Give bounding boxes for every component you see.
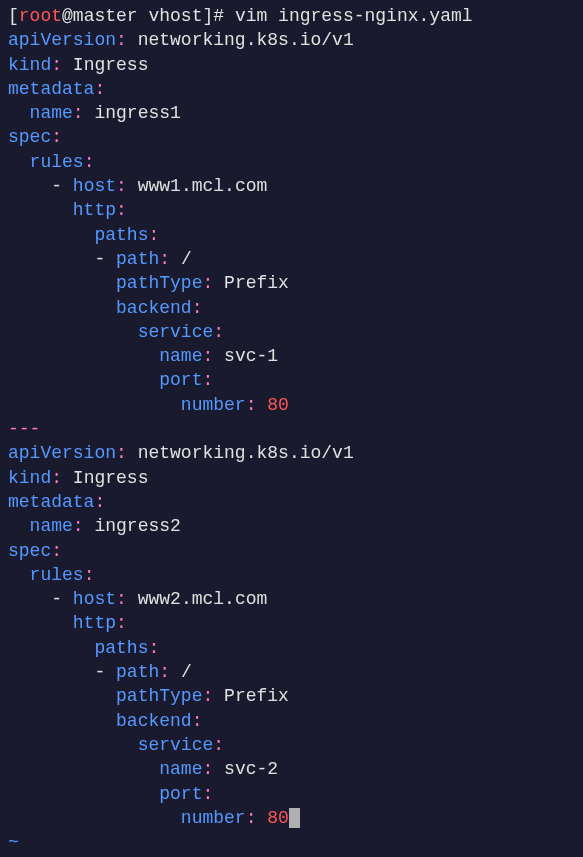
yaml-line: - host: www2.mcl.com	[8, 587, 575, 611]
yaml-key: http	[73, 613, 116, 633]
yaml-line: rules:	[8, 563, 575, 587]
yaml-key: metadata	[8, 79, 94, 99]
yaml-key: path	[116, 249, 159, 269]
yaml-value: ingress2	[94, 516, 180, 536]
colon: :	[116, 443, 127, 463]
yaml-key: kind	[8, 55, 51, 75]
yaml-key: name	[30, 103, 73, 123]
yaml-key: service	[138, 322, 214, 342]
yaml-line: port:	[8, 368, 575, 392]
yaml-value: Prefix	[224, 273, 289, 293]
yaml-key: host	[73, 176, 116, 196]
yaml-key: spec	[8, 127, 51, 147]
yaml-key: number	[181, 808, 246, 828]
yaml-key: http	[73, 200, 116, 220]
doc-separator: ---	[8, 419, 40, 439]
yaml-value	[256, 395, 267, 415]
yaml-line: number: 80	[8, 806, 575, 830]
colon: :	[84, 565, 95, 585]
yaml-line: paths:	[8, 223, 575, 247]
colon: :	[202, 784, 213, 804]
yaml-line: - path: /	[8, 660, 575, 684]
yaml-key: rules	[30, 565, 84, 585]
yaml-line: metadata:	[8, 490, 575, 514]
yaml-value: Ingress	[73, 468, 149, 488]
yaml-value	[213, 759, 224, 779]
yaml-line: service:	[8, 320, 575, 344]
yaml-number: 80	[267, 395, 289, 415]
yaml-value	[170, 249, 181, 269]
yaml-line: kind: Ingress	[8, 53, 575, 77]
cursor-icon	[289, 808, 300, 828]
yaml-line: pathType: Prefix	[8, 271, 575, 295]
yaml-number: 80	[267, 808, 289, 828]
colon: :	[202, 686, 213, 706]
yaml-key: service	[138, 735, 214, 755]
yaml-key: backend	[116, 298, 192, 318]
yaml-key: metadata	[8, 492, 94, 512]
colon: :	[148, 638, 159, 658]
colon: :	[192, 298, 203, 318]
yaml-value	[62, 468, 73, 488]
yaml-value: /	[181, 249, 192, 269]
prompt-close: ]#	[202, 6, 224, 26]
yaml-line: http:	[8, 611, 575, 635]
yaml-key: kind	[8, 468, 51, 488]
yaml-key: spec	[8, 541, 51, 561]
colon: :	[84, 152, 95, 172]
yaml-value	[62, 55, 73, 75]
yaml-key: pathType	[116, 273, 202, 293]
colon: :	[51, 541, 62, 561]
yaml-value	[213, 273, 224, 293]
prompt-space	[138, 6, 149, 26]
yaml-value: networking.k8s.io/v1	[138, 30, 354, 50]
colon: :	[159, 662, 170, 682]
yaml-value	[127, 176, 138, 196]
prompt-open-bracket: [	[8, 6, 19, 26]
yaml-key: name	[159, 346, 202, 366]
yaml-value	[127, 589, 138, 609]
yaml-key: paths	[94, 225, 148, 245]
colon: :	[246, 808, 257, 828]
colon: :	[73, 516, 84, 536]
dash: -	[51, 589, 62, 609]
dash: -	[94, 662, 105, 682]
editor-content[interactable]: apiVersion: networking.k8s.io/v1 kind: I…	[8, 28, 575, 854]
colon: :	[51, 55, 62, 75]
yaml-value: www2.mcl.com	[138, 589, 268, 609]
vim-tilde-line: ~	[8, 830, 575, 854]
yaml-line: pathType: Prefix	[8, 684, 575, 708]
shell-prompt-line: [root@master vhost]# vim ingress-nginx.y…	[8, 4, 575, 28]
yaml-key: pathType	[116, 686, 202, 706]
yaml-key: name	[30, 516, 73, 536]
yaml-line: rules:	[8, 150, 575, 174]
colon: :	[213, 322, 224, 342]
dash: -	[51, 176, 62, 196]
colon: :	[213, 735, 224, 755]
command-text: vim ingress-nginx.yaml	[224, 6, 472, 26]
yaml-key: paths	[94, 638, 148, 658]
prompt-path: vhost	[148, 6, 202, 26]
yaml-value: Ingress	[73, 55, 149, 75]
colon: :	[116, 30, 127, 50]
yaml-key: apiVersion	[8, 443, 116, 463]
yaml-value	[84, 516, 95, 536]
tilde: ~	[8, 832, 19, 852]
yaml-key: host	[73, 589, 116, 609]
colon: :	[202, 346, 213, 366]
colon: :	[202, 370, 213, 390]
yaml-value	[84, 103, 95, 123]
yaml-line: number: 80	[8, 393, 575, 417]
yaml-line: - host: www1.mcl.com	[8, 174, 575, 198]
yaml-line: service:	[8, 733, 575, 757]
prompt-user: root	[19, 6, 62, 26]
yaml-line: name: svc-1	[8, 344, 575, 368]
colon: :	[116, 176, 127, 196]
colon: :	[51, 127, 62, 147]
yaml-line: paths:	[8, 636, 575, 660]
colon: :	[116, 589, 127, 609]
yaml-value: ingress1	[94, 103, 180, 123]
yaml-line: - path: /	[8, 247, 575, 271]
yaml-value: www1.mcl.com	[138, 176, 268, 196]
yaml-value	[213, 346, 224, 366]
